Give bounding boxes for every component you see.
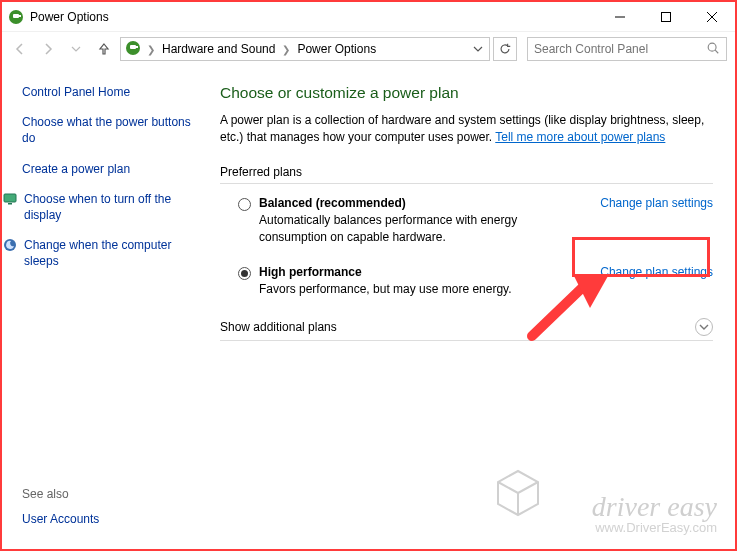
minimize-button[interactable] [597,2,643,31]
recent-locations-button[interactable] [64,37,88,61]
choose-power-buttons-link[interactable]: Choose what the power buttons do [22,114,202,146]
turn-off-display-link[interactable]: Choose when to turn off the display [24,191,202,223]
see-also-label: See also [22,487,202,501]
display-off-icon [2,191,18,207]
preferred-plans-label: Preferred plans [220,165,713,184]
user-accounts-link[interactable]: User Accounts [22,511,202,527]
balanced-description: Automatically balances performance with … [259,212,573,246]
svg-rect-1 [13,14,19,18]
balanced-radio[interactable] [238,198,251,211]
titlebar: Power Options [2,2,735,32]
chevron-down-icon[interactable] [469,39,487,59]
breadcrumb-hardware-and-sound[interactable]: Hardware and Sound [161,41,276,57]
svg-rect-12 [4,194,16,202]
high-performance-radio[interactable] [238,267,251,280]
show-additional-plans-row[interactable]: Show additional plans [220,318,713,341]
show-additional-label: Show additional plans [220,320,695,334]
svg-rect-4 [662,12,671,21]
search-input[interactable] [532,41,706,57]
search-icon[interactable] [706,41,722,57]
plan-balanced: Balanced (recommended) Automatically bal… [220,196,713,246]
high-performance-title[interactable]: High performance [259,265,573,279]
balanced-title[interactable]: Balanced (recommended) [259,196,573,210]
sidebar: Control Panel Home Choose what the power… [2,66,212,549]
svg-rect-2 [19,15,21,17]
forward-button[interactable] [36,37,60,61]
tell-me-more-link[interactable]: Tell me more about power plans [495,130,665,144]
create-power-plan-link[interactable]: Create a power plan [22,161,202,177]
svg-rect-8 [130,45,136,49]
maximize-button[interactable] [643,2,689,31]
control-panel-home-link[interactable]: Control Panel Home [22,84,202,100]
close-button[interactable] [689,2,735,31]
svg-rect-13 [8,203,12,205]
see-also-section: See also User Accounts [22,487,202,539]
svg-rect-9 [136,46,138,48]
up-button[interactable] [92,37,116,61]
address-bar[interactable]: ❯ Hardware and Sound ❯ Power Options [120,37,490,61]
svg-point-10 [708,43,716,51]
high-performance-description: Favors performance, but may use more ene… [259,281,573,298]
content-area: Control Panel Home Choose what the power… [2,66,735,549]
refresh-button[interactable] [493,37,517,61]
chevron-right-icon[interactable]: ❯ [145,44,157,55]
power-options-icon [125,40,141,59]
window-controls [597,2,735,31]
window-title: Power Options [30,10,109,24]
power-options-icon [8,9,24,25]
page-description: A power plan is a collection of hardware… [220,112,713,147]
computer-sleep-icon [2,237,18,253]
chevron-right-icon[interactable]: ❯ [280,44,292,55]
svg-line-11 [715,50,718,53]
breadcrumb-power-options[interactable]: Power Options [296,41,377,57]
plan-high-performance: High performance Favors performance, but… [220,265,713,298]
computer-sleeps-link[interactable]: Change when the computer sleeps [24,237,202,269]
back-button[interactable] [8,37,32,61]
nav-row: ❯ Hardware and Sound ❯ Power Options [2,32,735,66]
page-heading: Choose or customize a power plan [220,84,713,102]
search-box[interactable] [527,37,727,61]
expand-additional-plans-button[interactable] [695,318,713,336]
high-performance-change-settings-link[interactable]: Change plan settings [600,265,713,279]
main-panel: Choose or customize a power plan A power… [212,66,735,549]
balanced-change-settings-link[interactable]: Change plan settings [600,196,713,210]
